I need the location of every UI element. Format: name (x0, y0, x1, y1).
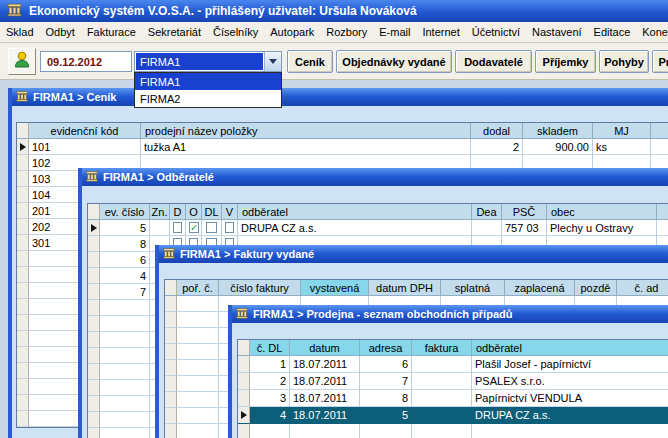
dropdown-option-firma1[interactable]: FIRMA1 (135, 73, 281, 90)
checkbox-v[interactable] (225, 222, 234, 233)
cell-mj[interactable]: ks (593, 139, 651, 155)
menu-item-sklad[interactable]: Sklad (0, 23, 40, 41)
cell-dl[interactable] (202, 220, 222, 236)
cenik-button[interactable]: Ceník (287, 50, 333, 73)
cell-ev-cislo[interactable]: 5 (100, 220, 150, 236)
cell-ev-cislo[interactable]: 7 (100, 284, 150, 300)
table-row[interactable]: 1 18.07.2011 6 Plašil Josef - papírnictv… (238, 356, 668, 373)
cell-faktura[interactable] (412, 390, 472, 407)
cell-ev-cislo[interactable]: 8 (100, 236, 150, 252)
cell-datum[interactable]: 18.07.2011 (290, 373, 360, 390)
col-header-cislo-faktury[interactable]: číslo faktury (219, 280, 301, 296)
menu-item-ucetnictvi[interactable]: Účetnictví (466, 23, 526, 41)
col-header-dea[interactable]: Dea (472, 204, 502, 220)
col-header-dl[interactable]: DL (202, 204, 222, 220)
col-header-splatna[interactable]: splatná (441, 280, 505, 296)
col-header-datum[interactable]: datum (290, 340, 360, 356)
col-header-evidencni-kod[interactable]: evidenční kód (29, 123, 141, 139)
menu-item-konec[interactable]: Konec (636, 23, 668, 41)
cell-adresa[interactable]: 8 (360, 390, 412, 407)
col-header-zaplacena[interactable]: zaplacená (505, 280, 575, 296)
cell-adresa[interactable]: 7 (360, 373, 412, 390)
col-header-o[interactable]: O (186, 204, 202, 220)
cell-ev-cislo[interactable]: 4 (100, 268, 150, 284)
col-header-obec[interactable]: obec (547, 204, 657, 220)
menu-item-sekretariat[interactable]: Sekretariát (142, 23, 207, 41)
user-login-button[interactable] (8, 48, 36, 75)
menu-item-fakturace[interactable]: Fakturace (81, 23, 142, 41)
cell-datum[interactable]: 18.07.2011 (290, 356, 360, 373)
cell-faktura[interactable] (412, 407, 472, 424)
cell-ev-cislo[interactable]: 6 (100, 252, 150, 268)
col-header-c-ad[interactable]: č. ad (617, 280, 668, 296)
col-header-v[interactable]: V (222, 204, 238, 220)
cell-datum[interactable]: 18.07.2011 (290, 390, 360, 407)
col-header-skladem[interactable]: skladem (523, 123, 593, 139)
menu-item-email[interactable]: E-mail (373, 23, 416, 41)
cell-d[interactable] (170, 220, 186, 236)
menu-item-editace[interactable]: Editace (588, 23, 637, 41)
col-header-dodal[interactable]: dodal (471, 123, 523, 139)
cell-v[interactable] (222, 220, 238, 236)
col-header-d[interactable]: D (170, 204, 186, 220)
col-header-adresa[interactable]: adresa (360, 340, 412, 356)
cell-psc[interactable]: 757 03 (502, 220, 547, 236)
col-header-faktura[interactable]: faktura (412, 340, 472, 356)
cell-adresa[interactable]: 6 (360, 356, 412, 373)
combo-arrow-button[interactable] (264, 52, 281, 71)
menu-item-rozbory[interactable]: Rozbory (320, 23, 373, 41)
cell-dodal[interactable]: 2 (471, 139, 523, 155)
checkbox-dl[interactable] (206, 222, 217, 233)
menu-item-nastaveni[interactable]: Nastavení (526, 23, 588, 41)
objednavky-vydane-button[interactable]: Objednávky vydané (336, 50, 452, 73)
menu-item-autopark[interactable]: Autopark (264, 23, 320, 41)
cell-odberatel[interactable]: Papírnictví VENDULA (472, 390, 668, 407)
menu-item-odbyt[interactable]: Odbyt (40, 23, 81, 41)
cell-obec[interactable]: Plechy u Ostravy (547, 220, 657, 236)
col-header-psc[interactable]: PSČ (502, 204, 547, 220)
window-faktury-titlebar[interactable]: FIRMA1 > Faktury vydané (159, 245, 668, 263)
prodejna-button[interactable]: Prodejna (652, 50, 668, 73)
table-row[interactable]: 101 tužka A1 2 900.00 ks (17, 139, 668, 155)
cell-adresa[interactable]: 5 (360, 407, 412, 424)
col-header-nazev[interactable]: prodejní název položky (141, 123, 471, 139)
cell-nazev[interactable]: tužka A1 (141, 139, 471, 155)
col-header-pozde[interactable]: pozdě (575, 280, 617, 296)
col-header-ev-cislo[interactable]: ev. číslo (100, 204, 150, 220)
menu-item-internet[interactable]: Internet (416, 23, 465, 41)
window-odberatele-titlebar[interactable]: FIRMA1 > Odběratelé (82, 168, 668, 186)
table-row[interactable]: 3 18.07.2011 8 Papírnictví VENDULA (238, 390, 668, 407)
pohyby-button[interactable]: Pohyby (599, 50, 649, 73)
menu-item-ciselniky[interactable]: Číselníky (207, 23, 264, 41)
cell-odberatel[interactable]: DRUPA CZ a.s. (472, 407, 668, 424)
window-cenik-titlebar[interactable]: FIRMA1 > Ceník (12, 88, 668, 106)
col-header-por-c[interactable]: poř. č. (177, 280, 219, 296)
cell-odberatel[interactable]: Plašil Josef - papírnictví (472, 356, 668, 373)
cell-faktura[interactable] (412, 373, 472, 390)
col-header-odberatel[interactable]: odběratel (238, 204, 472, 220)
window-prodejna-titlebar[interactable]: FIRMA1 > Prodejna - seznam obchodních př… (232, 305, 668, 323)
cell-zn[interactable] (150, 220, 170, 236)
cell-skladem[interactable]: 900.00 (523, 139, 593, 155)
cell-datum[interactable]: 18.07.2011 (290, 407, 360, 424)
cell-o[interactable] (186, 220, 202, 236)
cell-c-dl[interactable]: 4 (250, 407, 290, 424)
col-header-vystavena[interactable]: vystavená (301, 280, 369, 296)
col-header-odberatel[interactable]: odběratel (472, 340, 668, 356)
cell-faktura[interactable] (412, 356, 472, 373)
col-header-zn[interactable]: Zn. (150, 204, 170, 220)
checkbox-o[interactable] (189, 222, 199, 233)
prijemky-button[interactable]: Příjemky (535, 50, 596, 73)
cell-c-dl[interactable]: 1 (250, 356, 290, 373)
cell-odberatel[interactable]: PSALEX s.r.o. (472, 373, 668, 390)
col-header-c-dl[interactable]: č. DL (250, 340, 290, 356)
col-header-datum-dph[interactable]: datum DPH (369, 280, 441, 296)
table-row[interactable]: 5 DRUPA CZ a.s. 757 03 Plechy u Ostravy (88, 220, 668, 236)
cell-odberatel[interactable]: DRUPA CZ a.s. (238, 220, 472, 236)
col-header-mj[interactable]: MJ (593, 123, 651, 139)
dodavatele-button[interactable]: Dodavatelé (455, 50, 532, 73)
cell-kod[interactable]: 101 (29, 139, 141, 155)
date-field[interactable]: 09.12.2012 (40, 51, 132, 72)
company-combobox[interactable]: FIRMA1 (134, 51, 282, 72)
cell-dea[interactable] (472, 220, 502, 236)
